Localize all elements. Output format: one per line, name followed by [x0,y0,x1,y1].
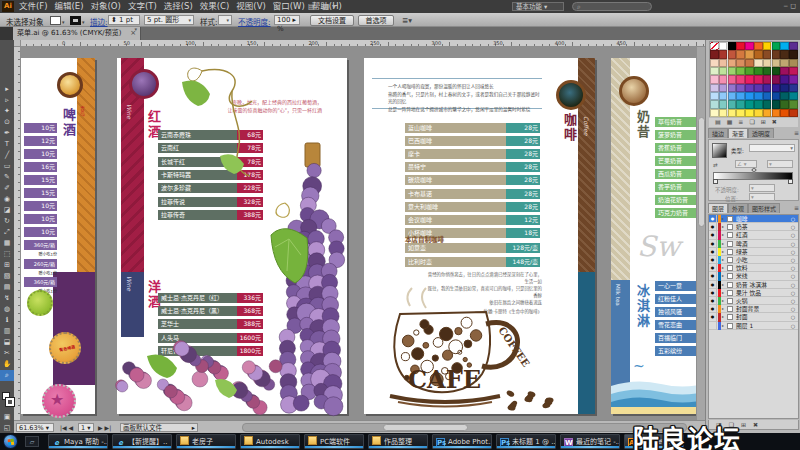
coffee-cup-illustration[interactable]: CAFE COFFEE [370,304,560,412]
beach-illustration[interactable] [611,376,696,414]
artboard-number-field[interactable]: 1 ▾ [78,423,94,432]
swatch[interactable] [780,100,789,108]
swatch[interactable] [736,42,745,50]
bottle-cap-pink[interactable]: ★ [42,384,76,418]
menu-1[interactable]: 编辑(E) [55,1,84,11]
taskbar-button[interactable]: PsAdobe Phot... [432,434,492,449]
eye-icon[interactable]: ● [709,289,717,297]
milkshake-icon[interactable] [619,76,649,106]
target-circle-icon[interactable]: ○ [791,231,795,239]
target-circle-icon[interactable]: ○ [791,215,795,223]
swatch[interactable] [772,42,781,50]
beer-price-row[interactable]: 15元 [24,188,57,198]
menu-row[interactable]: 威士忌·杰克丹尼（红）336元 [158,293,263,303]
tab-描边[interactable]: 描边 [708,128,728,138]
style-dropdown[interactable]: ▾ [218,15,232,25]
layer-row[interactable]: ●▸果汁 饮品○ [709,289,798,297]
layer-row[interactable]: ●▸饮料○ [709,264,798,272]
menu-row[interactable]: 奶油花奶昔 [655,195,696,205]
beer-price-row[interactable]: 10元 [24,214,57,224]
expand-triangle-icon[interactable]: ▸ [722,223,724,231]
document-setup-button[interactable]: 文档设置 [310,15,354,26]
beer-case-row[interactable]: 360元/箱赠小吃1份 [24,277,57,287]
coffee-intro[interactable]: 一个人喝咖啡的寂寞，那份温暖的怀旧让人回味悠长热腾的香气，只是片刻，村上春树的文… [388,83,544,113]
menu-row[interactable]: 百福临门 [655,333,696,343]
expand-triangle-icon[interactable]: ▸ [722,231,724,239]
brush-dropdown[interactable]: 5 pt. 圆形▾ [144,15,194,25]
coffee-title[interactable]: 咖啡 [560,113,579,143]
layer-row[interactable]: ●▸啤酒○ [709,240,798,248]
eye-icon[interactable]: ● [709,231,717,239]
swatch[interactable] [719,42,728,50]
expand-triangle-icon[interactable]: ▸ [722,281,724,289]
grape-bottle-illustration[interactable] [277,143,349,415]
eraser-tool[interactable]: ◪ [0,205,14,216]
canvas[interactable]: 青岛 啤酒 10元12元10元16元15元15元10元10元10元 360元/箱… [21,47,696,420]
swatch[interactable] [745,100,754,108]
panel-menu-icon[interactable]: ≡ [794,128,799,138]
swatch[interactable] [763,84,772,92]
direct-selection-tool[interactable]: ▹ [0,95,14,106]
swatch[interactable] [763,67,772,75]
menu-row[interactable]: 蓝山咖啡28元 [405,123,540,133]
shape-builder-tool[interactable]: ⊞ [0,260,14,271]
swatch[interactable] [763,100,772,108]
swatch[interactable] [719,50,728,58]
swatch[interactable] [763,109,772,117]
menu-row[interactable]: 红粉佳人 [655,294,696,304]
menu-7[interactable]: 窗口(W) [273,1,305,11]
gradient-aspect-field[interactable]: ▾ [767,160,793,168]
beer-price-row[interactable]: 16元 [24,162,57,172]
swatch[interactable] [710,92,719,100]
gradient-reverse-icon[interactable]: ⇄ [713,162,718,168]
layer-row[interactable]: ●▸奶茶○ [709,223,798,231]
status-display[interactable]: 画板默认文件 ▸ [120,423,198,432]
stroke-swatch-dropdown[interactable] [70,16,81,25]
artboard-coffee[interactable]: 咖啡 Coffee 一个人喝咖啡的寂寞，那份温暖的怀旧让人回味悠长热腾的香气，只… [364,58,595,414]
target-circle-icon[interactable]: ○ [791,223,795,231]
swatch[interactable] [789,42,798,50]
artboard-nav-next[interactable]: ▶ ▶| [98,424,111,431]
swatch[interactable] [754,92,763,100]
expand-triangle-icon[interactable]: ▸ [722,215,724,223]
beer-price-row[interactable]: 10元 [24,123,57,133]
swatch[interactable] [719,75,728,83]
menu-row[interactable]: 五彩缤纷 [655,346,696,356]
swatch[interactable] [745,75,754,83]
magic-wand-tool[interactable]: ✦ [0,106,14,117]
zoom-tool[interactable]: ⌕ [0,370,14,381]
swatch[interactable] [789,84,798,92]
menu-2[interactable]: 对象(O) [91,1,121,11]
swatch[interactable] [745,84,754,92]
artboard-milkshake[interactable]: Milk tea 奶昔 草莓奶昔菠萝奶昔香蕉奶昔芒果奶昔西瓜奶昔香芋奶昔奶油花奶… [611,58,696,414]
swatch[interactable] [754,75,763,83]
taskbar-button[interactable]: W最近的笔记 -... [560,434,620,449]
swatch[interactable] [780,67,789,75]
swatch[interactable] [710,100,719,108]
draw-mode-icon[interactable]: ▣ [0,412,14,423]
milkshake-title[interactable]: 奶昔 [633,110,652,140]
swatch[interactable] [789,67,798,75]
expand-triangle-icon[interactable]: ▸ [722,305,724,313]
gradient-thumbnail[interactable] [712,143,727,158]
gradient-location-field[interactable]: ▾ [749,193,775,201]
target-circle-icon[interactable]: ○ [791,256,795,264]
blend-tool[interactable]: ◍ [0,304,14,315]
eyedropper-tool[interactable]: ↯ [0,293,14,304]
menu-row[interactable]: 一心一意 [655,281,696,291]
swatch[interactable] [719,109,728,117]
selection-tool[interactable]: ▸ [0,84,14,95]
layer-row[interactable]: ●▸封面背景○ [709,305,798,313]
eye-icon[interactable]: ● [709,215,717,223]
eye-icon[interactable]: ● [709,240,717,248]
target-circle-icon[interactable]: ○ [791,313,795,321]
expand-triangle-icon[interactable]: ▸ [722,248,724,256]
swatch[interactable] [736,75,745,83]
menu-row[interactable]: 拉菲传奇388元 [158,210,263,220]
artboard-nav[interactable]: |◀ ◀ [60,424,73,431]
beer-price-row[interactable]: 15元 [24,175,57,185]
menu-0[interactable]: 文件(F) [19,1,48,11]
grape-cluster-illustration[interactable] [117,338,277,414]
document-tab[interactable]: 菜单.ai @ 61.63% (CMYK/预览)× [13,27,141,40]
swatch[interactable] [719,59,728,67]
